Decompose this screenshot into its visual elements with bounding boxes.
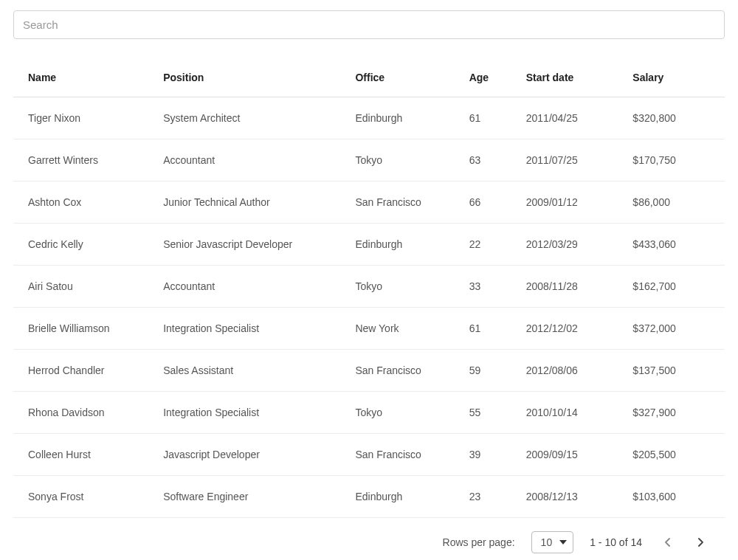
cell-office: Tokyo	[340, 392, 454, 434]
header-age[interactable]: Age	[455, 61, 511, 97]
cell-age: 55	[455, 392, 511, 434]
cell-office: New York	[340, 308, 454, 350]
prev-page-button[interactable]	[658, 533, 676, 551]
header-office[interactable]: Office	[340, 61, 454, 97]
rows-per-page-value: 10	[541, 536, 553, 548]
cell-office: Tokyo	[340, 139, 454, 182]
header-position[interactable]: Position	[148, 61, 340, 97]
cell-name: Colleen Hurst	[13, 434, 148, 476]
dropdown-icon	[559, 540, 567, 545]
cell-salary: $162,700	[618, 266, 725, 308]
cell-start_date: 2010/10/14	[511, 392, 618, 434]
rows-per-page-label: Rows per page:	[443, 536, 515, 548]
cell-name: Herrod Chandler	[13, 350, 148, 392]
cell-position: Integration Specialist	[148, 392, 340, 434]
chevron-left-icon	[664, 538, 670, 547]
table-row: Ashton CoxJunior Technical AuthorSan Fra…	[13, 182, 725, 224]
cell-office: Edinburgh	[340, 476, 454, 518]
cell-office: San Francisco	[340, 434, 454, 476]
data-table-container: Name Position Office Age Start date Sala…	[13, 61, 725, 553]
cell-age: 23	[455, 476, 511, 518]
cell-office: San Francisco	[340, 182, 454, 224]
cell-position: Accountant	[148, 266, 340, 308]
cell-salary: $320,800	[618, 97, 725, 139]
cell-salary: $137,500	[618, 350, 725, 392]
cell-start_date: 2008/12/13	[511, 476, 618, 518]
cell-salary: $103,600	[618, 476, 725, 518]
cell-salary: $433,060	[618, 224, 725, 266]
cell-name: Ashton Cox	[13, 182, 148, 224]
cell-age: 66	[455, 182, 511, 224]
cell-start_date: 2012/12/02	[511, 308, 618, 350]
cell-start_date: 2012/08/06	[511, 350, 618, 392]
cell-salary: $327,900	[618, 392, 725, 434]
cell-name: Garrett Winters	[13, 139, 148, 182]
cell-position: Software Engineer	[148, 476, 340, 518]
search-input[interactable]	[13, 10, 725, 39]
cell-name: Brielle Williamson	[13, 308, 148, 350]
header-salary[interactable]: Salary	[618, 61, 725, 97]
table-row: Brielle WilliamsonIntegration Specialist…	[13, 308, 725, 350]
cell-salary: $205,500	[618, 434, 725, 476]
cell-age: 33	[455, 266, 511, 308]
cell-age: 61	[455, 97, 511, 139]
cell-age: 63	[455, 139, 511, 182]
table-row: Tiger NixonSystem ArchitectEdinburgh6120…	[13, 97, 725, 139]
cell-salary: $86,000	[618, 182, 725, 224]
cell-position: Senior Javascript Developer	[148, 224, 340, 266]
header-name[interactable]: Name	[13, 61, 148, 97]
rows-per-page-select[interactable]: 10	[531, 531, 574, 553]
data-table: Name Position Office Age Start date Sala…	[13, 61, 725, 518]
cell-start_date: 2009/01/12	[511, 182, 618, 224]
cell-age: 22	[455, 224, 511, 266]
cell-start_date: 2012/03/29	[511, 224, 618, 266]
cell-age: 59	[455, 350, 511, 392]
cell-position: Javascript Developer	[148, 434, 340, 476]
table-row: Airi SatouAccountantTokyo332008/11/28$16…	[13, 266, 725, 308]
cell-office: Edinburgh	[340, 224, 454, 266]
cell-office: Tokyo	[340, 266, 454, 308]
cell-name: Sonya Frost	[13, 476, 148, 518]
cell-name: Cedric Kelly	[13, 224, 148, 266]
header-start-date[interactable]: Start date	[511, 61, 618, 97]
cell-start_date: 2008/11/28	[511, 266, 618, 308]
table-row: Colleen HurstJavascript DeveloperSan Fra…	[13, 434, 725, 476]
cell-salary: $372,000	[618, 308, 725, 350]
cell-name: Rhona Davidson	[13, 392, 148, 434]
cell-name: Airi Satou	[13, 266, 148, 308]
table-footer: Rows per page: 10 1 - 10 of 14	[13, 518, 725, 553]
table-header-row: Name Position Office Age Start date Sala…	[13, 61, 725, 97]
table-row: Cedric KellySenior Javascript DeveloperE…	[13, 224, 725, 266]
cell-name: Tiger Nixon	[13, 97, 148, 139]
cell-office: Edinburgh	[340, 97, 454, 139]
cell-position: Accountant	[148, 139, 340, 182]
table-row: Sonya FrostSoftware EngineerEdinburgh232…	[13, 476, 725, 518]
cell-salary: $170,750	[618, 139, 725, 182]
cell-start_date: 2009/09/15	[511, 434, 618, 476]
cell-position: System Architect	[148, 97, 340, 139]
cell-age: 39	[455, 434, 511, 476]
next-page-button[interactable]	[692, 533, 710, 551]
cell-start_date: 2011/07/25	[511, 139, 618, 182]
table-row: Herrod ChandlerSales AssistantSan Franci…	[13, 350, 725, 392]
cell-start_date: 2011/04/25	[511, 97, 618, 139]
chevron-right-icon	[698, 538, 704, 547]
cell-position: Junior Technical Author	[148, 182, 340, 224]
table-row: Garrett WintersAccountantTokyo632011/07/…	[13, 139, 725, 182]
cell-position: Sales Assistant	[148, 350, 340, 392]
cell-age: 61	[455, 308, 511, 350]
cell-position: Integration Specialist	[148, 308, 340, 350]
table-row: Rhona DavidsonIntegration SpecialistToky…	[13, 392, 725, 434]
pagination-range: 1 - 10 of 14	[590, 536, 642, 548]
cell-office: San Francisco	[340, 350, 454, 392]
